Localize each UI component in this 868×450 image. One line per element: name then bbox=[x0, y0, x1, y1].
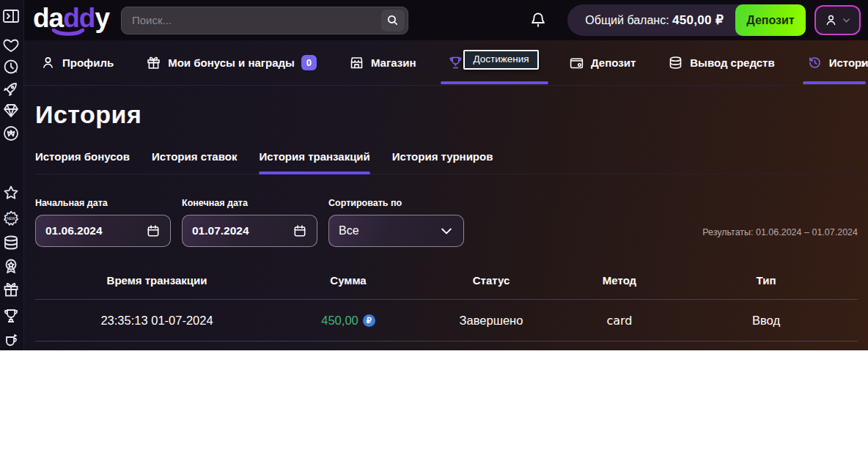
end-date-group: Конечная дата bbox=[182, 198, 317, 247]
filters-row: Начальная дата Конечная дата Сортировать… bbox=[35, 198, 858, 247]
profile-nav: Профиль Мои бонусы и награды 0 Магазин Д… bbox=[24, 40, 868, 86]
page-title: История bbox=[35, 100, 858, 129]
cell-type: Ввод bbox=[674, 314, 858, 328]
daddy-logo[interactable]: daddy bbox=[33, 4, 109, 36]
nav-label: Мои бонусы и награды bbox=[168, 56, 295, 69]
nav-item-history[interactable]: История bbox=[807, 40, 868, 85]
start-date-field[interactable] bbox=[35, 215, 171, 247]
gift-icon[interactable] bbox=[2, 281, 20, 298]
nav-item-shop[interactable]: Магазин bbox=[349, 40, 416, 85]
table-row: 23:35:13 01-07-2024 450,00₽ Завершено ca… bbox=[35, 300, 858, 342]
store-icon bbox=[349, 55, 364, 70]
chevron-down-icon bbox=[842, 15, 851, 25]
history-icon bbox=[807, 55, 823, 70]
deposit-button[interactable]: Депозит bbox=[735, 4, 806, 36]
chevron-down-icon bbox=[439, 224, 454, 238]
diamond-icon[interactable] bbox=[2, 102, 20, 119]
recent-history-icon[interactable] bbox=[2, 58, 20, 75]
rocket-icon[interactable] bbox=[2, 80, 20, 97]
cup-icon[interactable] bbox=[2, 333, 20, 350]
nav-item-bonuses[interactable]: Мои бонусы и награды 0 bbox=[146, 40, 317, 85]
tab-transactions-history[interactable]: История транзакций bbox=[259, 150, 369, 174]
balance-value: 450,00 ₽ bbox=[672, 13, 724, 27]
achievements-tooltip: Достижения bbox=[463, 50, 538, 70]
cell-time: 23:35:13 01-07-2024 bbox=[35, 314, 279, 328]
nav-item-profile[interactable]: Профиль bbox=[40, 40, 114, 85]
sort-group: Сортировать по Все bbox=[328, 198, 464, 247]
tab-bonus-history[interactable]: История бонусов bbox=[35, 150, 130, 174]
nav-active-underline bbox=[803, 81, 866, 84]
notifications-bell-icon[interactable] bbox=[529, 11, 547, 30]
tab-tournaments-history[interactable]: История турниров bbox=[392, 150, 493, 174]
cell-amount: 450,00₽ bbox=[279, 314, 418, 328]
calendar-icon[interactable] bbox=[146, 224, 161, 238]
history-tabs: История бонусов История ставок История т… bbox=[35, 150, 858, 174]
cell-status: Завершено bbox=[418, 314, 564, 328]
top-bar: daddy Общий баланс: 450,00 ₽ Депозит bbox=[24, 0, 868, 40]
app-window: NEW daddy bbox=[0, 0, 868, 350]
main-column: daddy Общий баланс: 450,00 ₽ Депозит bbox=[24, 0, 868, 350]
search-bar bbox=[121, 7, 408, 34]
trophy-icon bbox=[448, 55, 463, 70]
nav-item-withdraw[interactable]: Вывод средств bbox=[668, 40, 774, 85]
col-method: Метод bbox=[564, 274, 674, 287]
trophy-icon[interactable] bbox=[2, 307, 20, 325]
end-date-input[interactable] bbox=[192, 224, 265, 237]
search-input[interactable] bbox=[132, 14, 381, 26]
svg-text:NEW: NEW bbox=[7, 216, 15, 221]
collapse-panel-icon[interactable] bbox=[2, 7, 20, 25]
wallet-icon bbox=[569, 55, 584, 70]
history-page: История История бонусов История ставок И… bbox=[24, 86, 868, 350]
nav-hover-underline bbox=[441, 81, 548, 84]
balance-text: Общий баланс: 450,00 ₽ bbox=[585, 12, 724, 28]
nav-label: Вывод средств bbox=[690, 56, 774, 69]
tab-label: История бонусов bbox=[35, 150, 130, 163]
cell-method: card bbox=[564, 314, 674, 328]
nav-label: Депозит bbox=[591, 56, 636, 69]
logo-part-3: y bbox=[95, 3, 109, 33]
calendar-icon[interactable] bbox=[293, 224, 307, 238]
tab-label: История турниров bbox=[392, 150, 493, 163]
start-date-input[interactable] bbox=[45, 224, 119, 237]
tab-label: История ставок bbox=[152, 150, 237, 163]
col-amount: Сумма bbox=[279, 274, 418, 287]
table-header: Время транзакции Сумма Статус Метод Тип bbox=[35, 261, 858, 300]
transactions-table: Время транзакции Сумма Статус Метод Тип … bbox=[35, 261, 858, 342]
crown-icon[interactable] bbox=[2, 125, 20, 142]
nav-item-achievements[interactable]: Достижения Достижения bbox=[448, 40, 537, 85]
user-avatar-icon bbox=[824, 13, 838, 27]
nav-label: Профиль bbox=[62, 56, 114, 69]
sort-select[interactable]: Все bbox=[328, 215, 464, 247]
nav-item-deposit[interactable]: Депозит bbox=[569, 40, 636, 85]
col-time: Время транзакции bbox=[35, 274, 279, 287]
tab-bets-history[interactable]: История ставок bbox=[152, 150, 237, 174]
search-icon[interactable] bbox=[381, 10, 405, 32]
col-status: Статус bbox=[418, 274, 564, 287]
sort-label: Сортировать по bbox=[328, 198, 464, 208]
new-games-icon[interactable]: NEW bbox=[2, 210, 20, 227]
start-date-label: Начальная дата bbox=[35, 198, 171, 208]
star-icon[interactable] bbox=[2, 184, 20, 202]
amount-value: 450,00 bbox=[321, 314, 358, 328]
end-date-field[interactable] bbox=[182, 215, 317, 247]
games-sidebar: NEW bbox=[0, 0, 24, 350]
nav-scroll-right-icon[interactable]: › bbox=[861, 55, 865, 71]
gift-icon bbox=[146, 55, 161, 70]
favorites-heart-icon[interactable] bbox=[2, 37, 20, 54]
medal-icon[interactable] bbox=[2, 257, 20, 275]
bonus-count-badge: 0 bbox=[301, 55, 317, 70]
sort-selected-value: Все bbox=[339, 224, 359, 237]
coins-icon[interactable] bbox=[2, 234, 20, 251]
nav-label: Магазин bbox=[371, 56, 416, 69]
end-date-label: Конечная дата bbox=[182, 198, 317, 208]
tab-label: История транзакций bbox=[259, 150, 369, 163]
user-icon bbox=[40, 55, 56, 70]
coins-icon bbox=[668, 55, 683, 70]
start-date-group: Начальная дата bbox=[35, 198, 171, 247]
profile-menu-button[interactable] bbox=[814, 5, 861, 35]
col-type: Тип bbox=[674, 274, 858, 287]
logo-smile-icon bbox=[52, 29, 84, 36]
results-range-text: Результаты: 01.06.2024 – 01.07.2024 bbox=[702, 227, 858, 237]
ruble-coin-icon: ₽ bbox=[363, 314, 375, 327]
active-tab-underline bbox=[259, 171, 369, 174]
